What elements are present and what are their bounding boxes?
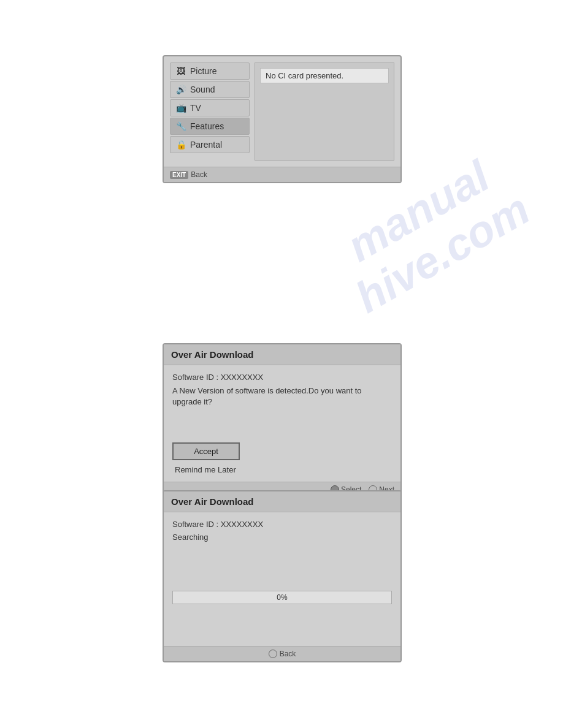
parental-icon: 🔒 — [175, 140, 186, 150]
menu-item-parental-label: Parental — [190, 140, 222, 150]
tv-icon: 📺 — [175, 103, 186, 113]
exit-badge: EXIT — [170, 171, 188, 179]
back-icon — [269, 650, 277, 658]
ci-card-message: No CI card presented. — [260, 68, 389, 83]
progress-area: 0% — [164, 586, 400, 609]
panel2-buttons: Accept Remind me Later — [164, 439, 400, 482]
remind-later-button[interactable]: Remind me Later — [172, 463, 392, 477]
menu-sidebar: 🖼 Picture 🔊 Sound 📺 TV 🔧 Features 🔒 Par — [170, 63, 250, 161]
features-icon: 🔧 — [175, 121, 186, 131]
menu-item-tv-label: TV — [190, 103, 201, 113]
menu-item-features-label: Features — [190, 121, 224, 131]
panel2-header: Over Air Download — [164, 344, 400, 365]
menu-item-picture[interactable]: 🖼 Picture — [170, 63, 250, 80]
over-air-download-panel: Over Air Download Software ID : XXXXXXXX… — [163, 343, 402, 498]
panel3-footer: Back — [164, 646, 400, 661]
menu-item-parental[interactable]: 🔒 Parental — [170, 136, 250, 153]
panel1-footer: EXIT Back — [164, 167, 400, 182]
picture-icon: 🖼 — [175, 66, 186, 76]
panel3-header: Over Air Download — [164, 491, 400, 512]
software-id: Software ID : XXXXXXXX — [172, 373, 392, 382]
menu-item-sound-label: Sound — [190, 85, 215, 94]
menu-content-area: No CI card presented. — [255, 63, 394, 161]
panel3-body: Software ID : XXXXXXXX Searching — [164, 512, 400, 586]
menu-item-sound[interactable]: 🔊 Sound — [170, 81, 250, 98]
tv-menu-panel: 🖼 Picture 🔊 Sound 📺 TV 🔧 Features 🔒 Par — [163, 55, 402, 183]
upgrade-message: A New Version of software is detected.Do… — [172, 385, 392, 408]
progress-bar: 0% — [172, 591, 392, 604]
panel3-back-label: Back — [280, 650, 296, 658]
progress-label: 0% — [277, 593, 287, 602]
panel3-status: Searching — [172, 533, 392, 542]
menu-item-features[interactable]: 🔧 Features — [170, 118, 250, 135]
over-air-download-searching-panel: Over Air Download Software ID : XXXXXXXX… — [163, 490, 402, 662]
back-label: Back — [191, 170, 207, 179]
panel2-body: Software ID : XXXXXXXX A New Version of … — [164, 365, 400, 439]
sound-icon: 🔊 — [175, 85, 186, 94]
panel3-software-id: Software ID : XXXXXXXX — [172, 520, 392, 529]
menu-item-tv[interactable]: 📺 TV — [170, 99, 250, 116]
menu-item-picture-label: Picture — [190, 66, 217, 76]
accept-button[interactable]: Accept — [172, 442, 240, 460]
panel3-spacer — [164, 609, 400, 646]
